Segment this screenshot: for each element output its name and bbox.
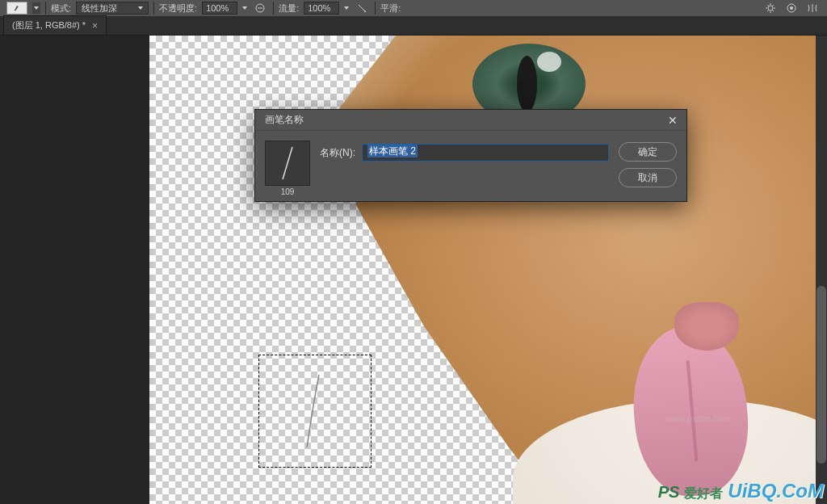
watermark-ps: PS <box>658 483 680 502</box>
svg-point-4 <box>790 6 793 10</box>
canvas-area[interactable] <box>0 36 827 504</box>
dialog-buttons: 确定 取消 <box>619 142 677 187</box>
cat-image-layer <box>311 36 827 504</box>
cancel-button[interactable]: 取消 <box>619 168 677 187</box>
pressure-opacity-icon[interactable] <box>252 2 268 15</box>
ok-button[interactable]: 确定 <box>619 142 677 162</box>
pressure-size-icon[interactable] <box>783 2 800 15</box>
flow-label: 流量: <box>279 2 299 15</box>
brush-preview: 109 <box>265 141 310 196</box>
close-icon[interactable]: ✕ <box>665 113 680 128</box>
chevron-down-icon[interactable] <box>242 6 247 10</box>
document-tab[interactable]: (图层 1, RGB/8#) * × <box>3 15 107 35</box>
divider <box>273 2 274 15</box>
gear-icon[interactable] <box>762 2 779 15</box>
chevron-down-icon[interactable] <box>344 6 349 10</box>
brush-size-label: 109 <box>281 187 295 196</box>
brush-name-dialog: 画笔名称 ✕ 109 名称(N): 样本画笔 2 确定 取消 <box>254 109 687 202</box>
name-label: 名称(N): <box>320 146 355 160</box>
blend-mode-select[interactable]: 线性加深 <box>76 2 149 15</box>
options-bar: 模式: 线性加深 不透明度: 100% 流量: 100% 平滑: <box>0 0 827 16</box>
symmetry-icon[interactable] <box>804 2 821 15</box>
divider <box>375 2 376 15</box>
opacity-label: 不透明度: <box>159 2 197 15</box>
mode-label: 模式: <box>51 2 71 15</box>
brush-stroke <box>299 371 331 452</box>
document-tab-title: (图层 1, RGB/8#) * <box>12 19 86 32</box>
tool-preset-picker[interactable] <box>6 2 27 15</box>
smoothing-label: 平滑: <box>380 2 401 15</box>
divider <box>45 2 46 15</box>
flow-input[interactable]: 100% <box>304 2 339 15</box>
watermark-url: UiBQ.CoM <box>728 480 824 502</box>
svg-point-2 <box>768 6 773 10</box>
tool-preset-dropdown[interactable] <box>32 2 40 14</box>
watermark-cn: 爱好者 <box>684 485 723 502</box>
opacity-input[interactable]: 100% <box>202 2 237 15</box>
workspace <box>0 36 827 504</box>
dialog-body: 109 名称(N): 样本画笔 2 确定 取消 <box>255 131 686 206</box>
watermark: PS 爱好者 UiBQ.CoM <box>658 480 824 502</box>
blend-mode-value: 线性加深 <box>82 2 117 15</box>
brush-name-value: 样本画笔 2 <box>367 145 418 158</box>
scrollbar-thumb[interactable] <box>817 286 826 464</box>
brush-name-input[interactable]: 样本画笔 2 <box>362 144 609 162</box>
vertical-scrollbar[interactable] <box>816 36 827 504</box>
svg-point-1 <box>364 10 366 12</box>
dialog-title-text: 画笔名称 <box>265 113 304 127</box>
close-icon[interactable]: × <box>92 20 98 32</box>
dialog-titlebar[interactable]: 画笔名称 ✕ <box>255 110 686 131</box>
airbrush-icon[interactable] <box>354 2 370 15</box>
brush-thumbnail <box>265 141 310 186</box>
document-tab-bar: (图层 1, RGB/8#) * × <box>0 16 827 36</box>
divider <box>153 2 154 15</box>
watermark-small: www.psahz.com <box>666 414 730 423</box>
name-field-section: 名称(N): 样本画笔 2 <box>320 144 609 162</box>
